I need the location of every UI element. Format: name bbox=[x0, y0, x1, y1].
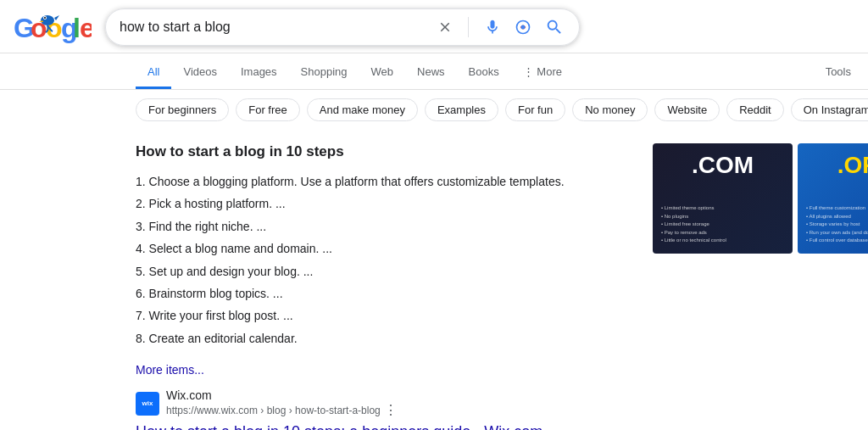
com-card[interactable]: .COM Limited theme options No plugins Li… bbox=[653, 143, 793, 254]
list-item: 7. Write your first blog post. ... bbox=[136, 304, 627, 327]
search-icon bbox=[545, 18, 564, 36]
divider bbox=[468, 17, 469, 37]
tab-web[interactable]: Web bbox=[359, 57, 406, 89]
source-url: https://www.wix.com › blog › how-to-star… bbox=[166, 402, 398, 418]
svg-point-12 bbox=[521, 25, 526, 30]
image-search-button[interactable] bbox=[513, 17, 533, 37]
more-items-link[interactable]: More items... bbox=[136, 363, 204, 377]
lens-icon bbox=[515, 19, 531, 36]
list-item: 8. Create an editorial calendar. bbox=[136, 327, 627, 349]
close-icon bbox=[437, 20, 453, 35]
source-row: wix Wix.com https://www.wix.com › blog ›… bbox=[136, 388, 627, 418]
tab-shopping[interactable]: Shopping bbox=[289, 57, 359, 89]
list-item: 4. Select a blog name and domain. ... bbox=[136, 237, 627, 260]
chip-and-make-money[interactable]: And make money bbox=[307, 98, 418, 121]
svg-text:e: e bbox=[80, 13, 92, 43]
source-info: Wix.com https://www.wix.com › blog › how… bbox=[166, 388, 398, 418]
chip-for-fun[interactable]: For fun bbox=[505, 98, 565, 121]
svg-point-9 bbox=[44, 17, 46, 19]
com-bullets: Limited theme options No plugins Limited… bbox=[661, 204, 784, 245]
search-button[interactable] bbox=[543, 16, 565, 38]
chip-reddit[interactable]: Reddit bbox=[726, 98, 784, 121]
tab-videos[interactable]: Videos bbox=[171, 57, 229, 89]
voice-search-button[interactable] bbox=[482, 17, 503, 37]
image-panel: .COM Limited theme options No plugins Li… bbox=[653, 143, 868, 430]
list-item: 1. Choose a blogging platform. Use a pla… bbox=[136, 170, 627, 193]
tab-images[interactable]: Images bbox=[229, 57, 289, 89]
google-logo: G o o g l e bbox=[14, 10, 92, 44]
mic-icon bbox=[484, 19, 501, 36]
tab-tools[interactable]: Tools bbox=[814, 57, 868, 89]
header: G o o g l e how to sta bbox=[0, 0, 868, 53]
org-card[interactable]: .ORG Full theme customization All plugin… bbox=[798, 143, 868, 254]
search-bar[interactable]: how to start a blog bbox=[105, 8, 580, 46]
source-name: Wix.com bbox=[166, 388, 398, 402]
search-input[interactable]: how to start a blog bbox=[120, 20, 429, 35]
list-item: 6. Brainstorm blog topics. ... bbox=[136, 282, 627, 304]
main-content: How to start a blog in 10 steps 1. Choos… bbox=[0, 130, 868, 430]
tab-news[interactable]: News bbox=[405, 57, 457, 89]
nav-tabs: All Videos Images Shopping Web News Book… bbox=[0, 53, 868, 90]
chip-for-free[interactable]: For free bbox=[236, 98, 300, 121]
steps-list: 1. Choose a blogging platform. Use a pla… bbox=[136, 170, 627, 349]
more-options-icon[interactable]: ⋮ bbox=[384, 402, 398, 418]
org-tld: .ORG bbox=[837, 152, 868, 178]
svg-point-6 bbox=[41, 15, 54, 25]
result-link[interactable]: How to start a blog in 10 steps: a begin… bbox=[136, 423, 542, 430]
com-tld: .COM bbox=[692, 152, 754, 178]
list-item: 3. Find the right niche. ... bbox=[136, 215, 627, 237]
chip-website[interactable]: Website bbox=[654, 98, 720, 121]
chip-for-beginners[interactable]: For beginners bbox=[136, 98, 229, 121]
chip-examples[interactable]: Examples bbox=[425, 98, 498, 121]
clear-button[interactable] bbox=[436, 18, 454, 36]
tab-books[interactable]: Books bbox=[457, 57, 511, 89]
list-item: 2. Pick a hosting platform. ... bbox=[136, 193, 627, 215]
featured-snippet: How to start a blog in 10 steps 1. Choos… bbox=[136, 143, 627, 430]
tab-more[interactable]: ⋮ More bbox=[511, 57, 574, 89]
tab-all[interactable]: All bbox=[136, 57, 171, 89]
logo-area: G o o g l e bbox=[14, 10, 92, 44]
search-icons bbox=[436, 16, 565, 38]
snippet-title: How to start a blog in 10 steps bbox=[136, 143, 627, 160]
wix-logo: wix bbox=[136, 392, 159, 416]
chip-on-instagram[interactable]: On Instagram bbox=[791, 98, 868, 121]
filter-chips: For beginners For free And make money Ex… bbox=[0, 90, 868, 130]
org-bullets: Full theme customization All plugins all… bbox=[806, 204, 868, 245]
chip-no-money[interactable]: No money bbox=[572, 98, 648, 121]
list-item: 5. Set up and design your blog. ... bbox=[136, 260, 627, 282]
